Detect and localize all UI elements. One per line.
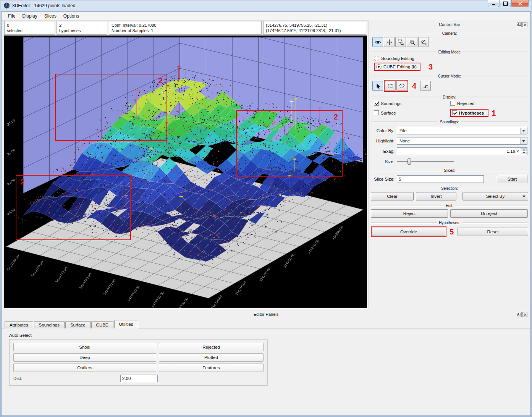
unreject-button[interactable]: Unreject: [450, 209, 528, 218]
hypotheses-checkbox[interactable]: [452, 110, 457, 115]
3d-scene-canvas[interactable]: [4, 36, 367, 308]
camera-group-title: Camera:: [371, 31, 528, 36]
slice-size-label: Slice Size:: [372, 177, 395, 181]
float-panel-button[interactable]: [517, 22, 522, 27]
exaggeration-spinner[interactable]: 1.19 ×: [397, 147, 527, 155]
zoom-window-icon: [398, 39, 404, 45]
color-by-value: File: [399, 128, 407, 133]
tab-soundings[interactable]: Soundings: [34, 321, 65, 328]
camera-zoom-reset-button[interactable]: [418, 37, 429, 47]
exaggeration-value: 1.19 ×: [507, 149, 519, 154]
soundings-group-title: Soundings:: [371, 120, 528, 124]
spin-up-button[interactable]: [521, 148, 527, 151]
float-panel-button[interactable]: [517, 312, 522, 317]
invert-selection-button[interactable]: Invert: [416, 192, 456, 200]
surface-checkbox-row[interactable]: Surface: [374, 110, 450, 115]
tab-surface[interactable]: Surface: [65, 321, 91, 328]
plotted-button[interactable]: Plotted: [159, 353, 264, 362]
editor-panels-tabbar: Attributes Soundings Surface CUBE Utilit…: [2, 320, 530, 328]
tab-cube[interactable]: CUBE: [91, 321, 113, 328]
surface-checkbox[interactable]: [374, 110, 379, 115]
control-bar-title: Control Bar: [371, 21, 528, 27]
minimize-button[interactable]: [488, 0, 499, 7]
slices-group-title: Slices:: [371, 168, 528, 173]
start-slices-button[interactable]: Start: [497, 175, 527, 183]
soundings-checkbox[interactable]: [374, 101, 379, 106]
rejected-checkbox[interactable]: [450, 101, 455, 106]
camera-toolbar: [371, 37, 528, 47]
clear-selection-button[interactable]: Clear: [371, 192, 414, 200]
select-by-button[interactable]: Select By: [462, 192, 528, 200]
slider-track[interactable]: [397, 161, 454, 162]
close-icon: [518, 2, 522, 5]
camera-pan-button[interactable]: [384, 37, 395, 47]
outliers-button[interactable]: Outliers: [13, 364, 156, 372]
camera-zoom-window-button[interactable]: [395, 37, 406, 47]
lasso-select-tool-button[interactable]: [396, 81, 407, 91]
app-icon: [3, 2, 10, 9]
control-bar: Control Bar Camera:: [368, 20, 530, 308]
close-panel-button[interactable]: [522, 22, 527, 27]
tab-attributes[interactable]: Attributes: [5, 321, 33, 328]
slice-size-input[interactable]: [397, 175, 484, 183]
pointer-icon: [375, 83, 381, 89]
hypotheses-checkbox-label: Hypotheses: [459, 111, 484, 115]
control-bar-header: Control Bar: [371, 21, 528, 28]
status-bar: 0 selected 2 hypotheses Conf. Interval: …: [4, 21, 366, 35]
annotation-number-1: 1: [492, 109, 496, 117]
dist-input[interactable]: [120, 375, 158, 382]
soundings-checkbox-row[interactable]: Soundings: [374, 101, 450, 106]
override-button[interactable]: Override: [372, 228, 445, 236]
slider-thumb[interactable]: [407, 158, 411, 165]
camera-zoom-in-button[interactable]: [407, 37, 417, 47]
selected-count-value: 0: [7, 23, 52, 28]
menu-slices[interactable]: Slices: [41, 12, 60, 20]
menu-file[interactable]: File: [5, 12, 19, 20]
editing-mode-group-title: Editing Mode: [371, 50, 528, 54]
rejected-checkbox-row[interactable]: Rejected: [450, 101, 527, 106]
close-panel-button[interactable]: [522, 312, 527, 317]
editor-panels-header: Editor Panels: [2, 311, 530, 318]
sounding-editing-radio[interactable]: [374, 56, 379, 61]
annotation-number-5: 5: [450, 228, 454, 236]
tab-utilities[interactable]: Utilities: [114, 320, 138, 328]
lasso-select-icon: [399, 83, 405, 89]
slice-tool-button[interactable]: [420, 81, 431, 91]
cube-editing-radio[interactable]: [376, 64, 382, 70]
3d-viewport[interactable]: 222: [4, 36, 367, 308]
spin-down-button[interactable]: [521, 152, 527, 155]
features-button[interactable]: Features: [159, 364, 264, 372]
sounding-editing-option[interactable]: Sounding Editing: [374, 56, 528, 61]
deep-button[interactable]: Deep: [13, 353, 156, 362]
highlight-dropdown[interactable]: None: [397, 137, 527, 145]
color-by-dropdown[interactable]: File: [397, 127, 527, 134]
reset-hypotheses-button[interactable]: Reset: [458, 228, 528, 236]
pointer-tool-button[interactable]: [372, 81, 383, 91]
cursor-position-box: (314276.75, 5419755.25, -21.31) (174°46'…: [263, 21, 366, 35]
menu-display[interactable]: Display: [19, 12, 40, 20]
reject-button[interactable]: Reject: [371, 209, 448, 218]
auto-select-label: Auto Select: [9, 333, 523, 338]
point-size-slider[interactable]: [397, 158, 454, 165]
close-panel-icon: [524, 23, 527, 26]
maximize-button[interactable]: [500, 0, 511, 7]
selection-tools-highlight-box: [384, 80, 408, 92]
zoom-in-icon: [409, 39, 416, 45]
confidence-interval: Conf. Interval: 0.217080: [112, 23, 259, 28]
menu-options[interactable]: Options: [60, 12, 82, 20]
camera-rotate-button[interactable]: [372, 37, 383, 47]
minimize-icon: [492, 4, 495, 5]
dist-label: Dist:: [13, 376, 22, 381]
close-button[interactable]: [511, 0, 529, 7]
color-by-label: Color By:: [372, 128, 395, 133]
rectangle-select-tool-button[interactable]: [385, 81, 396, 91]
rejected-button[interactable]: Rejected: [159, 343, 264, 351]
hypotheses-group-title: Hypotheses:: [371, 221, 528, 225]
title-bar: 3DEditor - 14629 points loaded: [0, 0, 532, 11]
display-options: Soundings Rejected Surface Hypotheses 1: [374, 101, 527, 117]
auto-select-groupbox: Shoal Rejected Deep Plotted Outliers Fea…: [9, 339, 268, 386]
app-window: 3DEditor - 14629 points loaded File Disp…: [0, 0, 532, 417]
shoal-button[interactable]: Shoal: [13, 343, 156, 351]
position-projected: (314276.75, 5419755.25, -21.31): [266, 23, 364, 28]
hypotheses-highlight-box: Hypotheses: [450, 109, 488, 117]
